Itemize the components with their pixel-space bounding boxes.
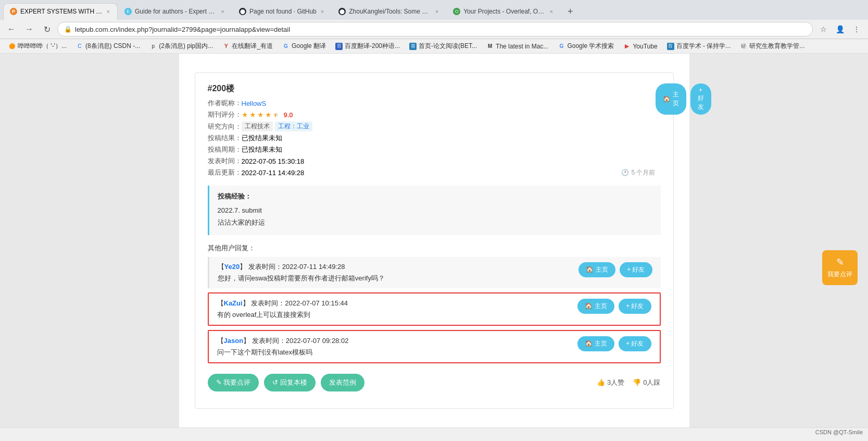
bookmark-button[interactable]: ☆ bbox=[816, 22, 831, 36]
rating-row: 期刊评分： ★ ★ ★ ★ ★ 9.0 bbox=[208, 110, 656, 119]
bookmark-label-7: The latest in Mac... bbox=[496, 43, 548, 50]
bookmark-6[interactable]: 首 首页-论文阅读(BET... bbox=[405, 40, 481, 52]
tab-5[interactable]: O Your Projects - Overleaf, Onli... × bbox=[446, 3, 561, 20]
bookmark-favicon-10: 百 bbox=[667, 43, 674, 50]
reply-friend-btn-0[interactable]: + 好友 bbox=[620, 262, 652, 277]
result-value: 已投结果未知 bbox=[242, 133, 282, 143]
tab-favicon-1: P bbox=[10, 8, 17, 15]
bookmark-8[interactable]: G Google 学术搜索 bbox=[553, 40, 618, 52]
bookmark-1[interactable]: C (8条消息) CSDN -... bbox=[72, 40, 144, 52]
reply-item-0: 【Ye20】 发表时间：2022-07-11 14:49:28 您好，请问esw… bbox=[208, 257, 661, 288]
bookmark-4[interactable]: G Google 翻译 bbox=[278, 40, 330, 52]
bookmark-favicon-1: C bbox=[76, 43, 83, 50]
bookmarks-bar: 🟠 哗哗哗哗（ '-'）... C (8条消息) CSDN -... p (2条… bbox=[0, 39, 868, 54]
bookmark-2[interactable]: p (2条消息) pip国内... bbox=[145, 40, 217, 52]
bookmark-label-6: 首页-论文阅读(BET... bbox=[419, 42, 477, 51]
bookmark-favicon-0: 🟠 bbox=[8, 43, 16, 50]
star-5: ★ bbox=[273, 111, 280, 119]
tab-close-5[interactable]: × bbox=[549, 7, 554, 16]
forward-button[interactable]: → bbox=[22, 22, 36, 36]
bookmark-label-4: Google 翻译 bbox=[292, 42, 326, 51]
reply-actions-0: 🏠 主页 + 好友 bbox=[578, 262, 652, 277]
tab-close-2[interactable]: × bbox=[220, 7, 225, 16]
reply-home-btn-0[interactable]: 🏠 主页 bbox=[578, 262, 615, 277]
bookmark-label-5: 百度翻译-200种语... bbox=[345, 42, 400, 51]
experience-line-1: 沾沾大家的好运 bbox=[218, 216, 652, 228]
update-time-row: 最后更新： 2022-07-11 14:49:28 🕐 5 个月前 bbox=[208, 168, 656, 177]
float-review-icon: ✎ bbox=[836, 256, 844, 268]
new-tab-button[interactable]: + bbox=[563, 4, 577, 19]
reload-button[interactable]: ↻ bbox=[40, 22, 54, 36]
bottom-right-info: 👍 3人赞 👎 0人踩 bbox=[597, 378, 660, 387]
publish-time-row: 发表时间： 2022-07-05 15:30:18 bbox=[208, 156, 656, 166]
bookmark-favicon-2: p bbox=[149, 43, 157, 50]
thumbdown-icon: 👎 bbox=[633, 378, 641, 386]
reply-floor-button[interactable]: ↺ 回复本楼 bbox=[264, 374, 316, 391]
tab-close-3[interactable]: × bbox=[320, 7, 325, 16]
reply-time-1: 2022-07-07 10:15:44 bbox=[285, 299, 348, 307]
reply-item-1: 【KaZui】 发表时间：2022-07-07 10:15:44 有的 over… bbox=[208, 292, 661, 326]
tab-label-4: ZhouKanglei/Tools: Some use... bbox=[349, 8, 431, 15]
reply-friend-btn-2[interactable]: + 好友 bbox=[619, 336, 651, 351]
back-button[interactable]: ← bbox=[4, 22, 19, 36]
tab-close-1[interactable]: × bbox=[106, 7, 111, 16]
tab-2[interactable]: E Guide for authors - Expert Sy... × bbox=[118, 3, 232, 20]
address-text: letpub.com.cn/index.php?journalid=2799&p… bbox=[75, 26, 806, 33]
bookmark-label-10: 百度学术 - 保持学... bbox=[676, 42, 731, 51]
research-tag-0: 工程技术 bbox=[242, 121, 273, 131]
reply-text-2: 问一下这个期刊没有latex模板吗 bbox=[217, 348, 570, 357]
bookmark-label-2: (2条消息) pip国内... bbox=[159, 42, 213, 51]
bookmark-label-1: (8条消息) CSDN -... bbox=[85, 42, 140, 51]
floating-review-button[interactable]: ✎ 我要点评 bbox=[822, 250, 858, 285]
tab-close-4[interactable]: × bbox=[434, 7, 439, 16]
home-button[interactable]: 🏠 主页 bbox=[656, 83, 686, 115]
tab-favicon-2: E bbox=[124, 8, 132, 15]
experience-box: 投稿经验： 2022.7. submit 沾沾大家的好运 bbox=[208, 186, 661, 235]
tab-favicon-3: ⬤ bbox=[239, 8, 246, 15]
reply-author-1[interactable]: KaZui bbox=[224, 299, 243, 307]
bookmark-11[interactable]: 研 研究生教育教学管... bbox=[736, 40, 809, 52]
post-floor: #200楼 bbox=[208, 83, 656, 94]
tab-1[interactable]: P EXPERT SYSTEMS WITH APPLI... × bbox=[3, 3, 118, 20]
content-card: #200楼 作者昵称： HellowS 期刊评分： ★ ★ ★ ★ bbox=[179, 54, 689, 427]
author-value[interactable]: HellowS bbox=[242, 100, 267, 107]
cycle-label: 投稿周期： bbox=[208, 145, 242, 154]
star-1: ★ bbox=[242, 111, 248, 119]
other-replies-title: 其他用户回复： bbox=[208, 243, 661, 253]
update-time-value: 2022-07-11 14:49:28 bbox=[242, 169, 305, 177]
reply-author-0[interactable]: Ye20 bbox=[224, 263, 240, 271]
bookmark-5[interactable]: 百 百度翻译-200种语... bbox=[331, 40, 404, 52]
publish-time-label: 发表时间： bbox=[208, 156, 242, 166]
bookmark-7[interactable]: M The latest in Mac... bbox=[482, 41, 552, 52]
address-bar[interactable]: 🔒 letpub.com.cn/index.php?journalid=2799… bbox=[57, 22, 813, 36]
bookmark-3[interactable]: Y 在线翻译_有道 bbox=[218, 40, 277, 52]
rating-stars: ★ ★ ★ ★ ★ 9.0 bbox=[242, 111, 293, 119]
reply-friend-btn-1[interactable]: + 好友 bbox=[619, 299, 651, 314]
sample-button[interactable]: 发表范例 bbox=[321, 374, 364, 391]
reply-home-btn-1[interactable]: 🏠 主页 bbox=[577, 299, 614, 314]
reply-text-1: 有的 overleaf上可以直接搜索到 bbox=[217, 310, 570, 320]
bookmark-0[interactable]: 🟠 哗哗哗哗（ '-'）... bbox=[4, 40, 71, 52]
reply-author-2[interactable]: Jason bbox=[224, 337, 244, 345]
menu-button[interactable]: ⋮ bbox=[849, 22, 864, 36]
tab-3[interactable]: ⬤ Page not found · GitHub × bbox=[232, 3, 332, 20]
star-2: ★ bbox=[249, 111, 256, 119]
experience-line-0: 2022.7. submit bbox=[218, 204, 652, 216]
reply-home-btn-2[interactable]: 🏠 主页 bbox=[577, 336, 614, 351]
research-tag-1: 工程：工业 bbox=[275, 121, 312, 131]
reply-content-2: 【Jason】 发表时间：2022-07-07 09:28:02 问一下这个期刊… bbox=[217, 336, 570, 357]
thumbup-icon: 👍 bbox=[597, 378, 605, 386]
bookmark-9[interactable]: ▶ YouTube bbox=[619, 41, 661, 52]
bookmark-favicon-6: 首 bbox=[409, 43, 417, 50]
nav-actions: ☆ 👤 ⋮ bbox=[816, 22, 864, 36]
bookmark-10[interactable]: 百 百度学术 - 保持学... bbox=[663, 40, 735, 52]
tab-4[interactable]: ⬤ ZhouKanglei/Tools: Some use... × bbox=[332, 3, 446, 20]
bookmark-label-3: 在线翻译_有道 bbox=[232, 42, 273, 51]
update-time-left: 最后更新： 2022-07-11 14:49:28 bbox=[208, 168, 305, 177]
post-header-left: #200楼 作者昵称： HellowS 期刊评分： ★ ★ ★ ★ bbox=[208, 83, 656, 177]
author-row: 作者昵称： HellowS bbox=[208, 99, 656, 108]
profile-button[interactable]: 👤 bbox=[833, 22, 847, 36]
star-3: ★ bbox=[257, 111, 264, 119]
add-friend-button[interactable]: + 好友 bbox=[690, 83, 711, 115]
review-button[interactable]: ✎ 我要点评 bbox=[208, 374, 259, 391]
